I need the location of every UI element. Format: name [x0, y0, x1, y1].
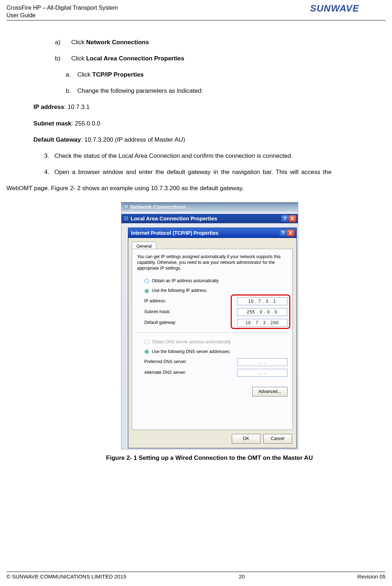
list-sub-a: a. Click TCP/IP Properties: [33, 70, 386, 79]
list-sub-b: b. Change the following parameters as in…: [33, 86, 386, 96]
radio-icon-disabled: [144, 340, 149, 344]
footer-right: Revision 05: [358, 573, 386, 580]
field-alt-dns: Alternate DNS server: . . .: [137, 369, 287, 377]
item-a-text: Click Network Connections: [71, 37, 149, 47]
page-footer: © SUNWAVE COMMUNICATIONS LIMITED 2015 20…: [6, 572, 386, 580]
param-ip: IP address: 10.7.3.1: [33, 102, 386, 112]
pref-dns-input[interactable]: . . .: [237, 358, 287, 366]
header-text: CrossFire HP – All-Digital Transport Sys…: [6, 4, 118, 19]
divider: [137, 333, 288, 333]
lac-icon: [124, 216, 129, 221]
figure-wrap: Network Connections Local Area Connectio…: [33, 202, 386, 463]
ok-button[interactable]: OK: [232, 434, 260, 444]
list-item-b: b) Click Local Area Connection Propertie…: [33, 54, 386, 63]
cancel-button[interactable]: Cancel: [263, 434, 292, 444]
sub-b-text: Change the following parameters as indic…: [77, 86, 203, 96]
sunwave-logo: SUNWAVE: [310, 2, 386, 16]
num3-label: 3.: [44, 151, 49, 161]
radio-icon[interactable]: [144, 279, 149, 283]
radio-use-ip-row[interactable]: Use the following IP address:: [137, 287, 287, 294]
num4-text: Open a browser window and enter the defa…: [54, 167, 332, 177]
field-pref-dns: Preferred DNS server: . . .: [137, 358, 287, 366]
lac-titlebar: Local Area Connection Properties ? X: [121, 214, 298, 223]
lac-window-buttons: ? X: [281, 215, 296, 222]
radio-use-ip-label: Use the following IP address:: [152, 287, 208, 294]
footer-left: © SUNWAVE COMMUNICATIONS LIMITED 2015: [6, 573, 126, 580]
network-connections-title: Network Connections: [131, 204, 186, 210]
intro-text: You can get IP settings assigned automat…: [137, 254, 287, 271]
sub-a-text: Click TCP/IP Properties: [77, 70, 144, 79]
tcpip-help-button[interactable]: ?: [279, 229, 287, 237]
tcpip-window: Internet Protocol (TCP/IP) Properties ? …: [128, 228, 297, 448]
tcpip-title: Internet Protocol (TCP/IP) Properties: [131, 230, 218, 236]
figure-caption: Figure 2- 1 Setting up a Wired Connectio…: [33, 453, 386, 463]
item-b-text: Click Local Area Connection Properties: [71, 54, 184, 63]
tab-panel: You can get IP settings assigned automat…: [132, 249, 293, 430]
tcpip-window-buttons: ? X: [280, 229, 295, 237]
content: a) Click Network Connections b) Click Lo…: [6, 25, 386, 463]
radio-use-dns-label: Use the following DNS server addresses:: [152, 348, 231, 355]
param-gateway: Default Gateway: 10.7.3.200 (IP address …: [33, 135, 386, 145]
highlight-box: [231, 294, 290, 329]
tcpip-titlebar: Internet Protocol (TCP/IP) Properties ? …: [128, 228, 296, 238]
advanced-wrap: Advanced...: [137, 387, 287, 397]
item-a-label: a): [55, 37, 60, 47]
sub-b-label: b.: [66, 86, 71, 96]
close-button[interactable]: X: [289, 215, 296, 222]
page-header: CrossFire HP – All-Digital Transport Sys…: [6, 4, 386, 20]
alt-dns-input[interactable]: . . .: [237, 369, 287, 377]
num-item-4: 4. Open a browser window and enter the d…: [33, 167, 386, 177]
screenshot: Network Connections Local Area Connectio…: [121, 202, 298, 449]
list-item-a: a) Click Network Connections: [33, 37, 386, 47]
radio-obtain-ip-label: Obtain an IP address automatically: [152, 278, 219, 284]
logo-text-svg: SUNWAVE: [310, 3, 359, 14]
radio-icon-selected-dns[interactable]: [144, 349, 149, 354]
gateway-label: Default gateway:: [144, 319, 198, 326]
pref-dns-label: Preferred DNS server:: [144, 358, 198, 365]
ip-label: IP address:: [144, 298, 198, 305]
footer-page-number: 20: [239, 573, 245, 580]
radio-icon-selected[interactable]: [144, 289, 149, 293]
alt-dns-label: Alternate DNS server:: [144, 369, 198, 376]
radio-obtain-dns-row: Obtain DNS server address automatically: [137, 339, 287, 345]
bottom-buttons: OK Cancel: [232, 434, 292, 444]
num4-label: 4.: [44, 167, 49, 177]
param-subnet: Subnet mask: 255.0.0.0: [33, 119, 386, 128]
advanced-button[interactable]: Advanced...: [252, 387, 287, 397]
radio-obtain-dns-label: Obtain DNS server address automatically: [152, 339, 231, 345]
header-line1: CrossFire HP – All-Digital Transport Sys…: [6, 4, 118, 12]
help-button[interactable]: ?: [281, 215, 289, 222]
header-line2: User Guide: [6, 12, 118, 19]
num3-text: Check the status of the Local Area Conne…: [54, 151, 292, 161]
network-connections-titlebar: Network Connections: [121, 202, 298, 212]
network-connections-icon: [124, 204, 129, 209]
radio-use-dns-row[interactable]: Use the following DNS server addresses:: [137, 348, 287, 355]
subnet-label: Subnet mask:: [144, 308, 198, 315]
final-para: WebOMT page. Figure 2- 2 shows an exampl…: [33, 183, 386, 193]
lac-title: Local Area Connection Properties: [131, 215, 217, 221]
sub-a-label: a.: [66, 70, 71, 79]
tcpip-close-button[interactable]: X: [287, 229, 295, 237]
num-item-3: 3. Check the status of the Local Area Co…: [33, 151, 386, 161]
radio-obtain-ip-row[interactable]: Obtain an IP address automatically: [137, 278, 287, 284]
item-b-label: b): [55, 54, 60, 63]
